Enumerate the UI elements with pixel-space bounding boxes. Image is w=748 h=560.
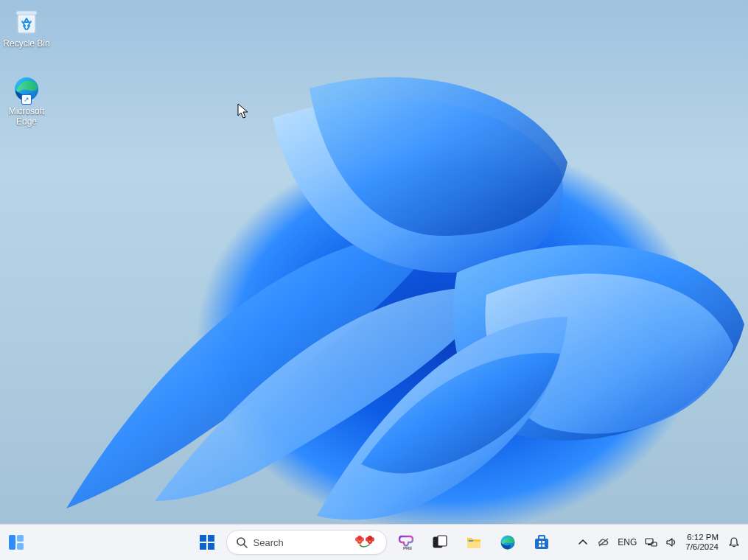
svg-rect-27 (469, 540, 473, 542)
svg-text:PRE: PRE (403, 546, 412, 550)
desktop-icon-label: Recycle Bin (0, 38, 53, 49)
svg-point-21 (368, 541, 370, 542)
search-label: Search (254, 537, 284, 548)
copilot-icon: PRE (397, 533, 415, 551)
tray-overflow-button[interactable] (576, 536, 590, 549)
chevron-up-icon (578, 537, 588, 547)
network-icon (644, 536, 657, 549)
desktop-icon-microsoft-edge[interactable]: ↗ Microsoft Edge (0, 74, 53, 127)
bell-icon (727, 536, 741, 549)
clock-date: 7/6/2024 (685, 542, 719, 552)
svg-rect-9 (208, 543, 214, 550)
store-icon (533, 533, 550, 551)
svg-rect-5 (17, 543, 24, 550)
taskbar-clock[interactable]: 6:12 PM 7/6/2024 (685, 533, 719, 552)
desktop-icon-recycle-bin[interactable]: Recycle Bin (0, 6, 53, 49)
language-indicator[interactable]: ENG (618, 537, 637, 547)
svg-point-20 (368, 536, 372, 540)
svg-point-15 (357, 536, 362, 540)
svg-rect-1 (16, 11, 37, 15)
copilot-button[interactable]: PRE (391, 528, 421, 557)
svg-rect-7 (208, 535, 214, 542)
onedrive-tray-button[interactable] (597, 536, 610, 549)
edge-taskbar-button[interactable] (493, 528, 522, 557)
svg-rect-31 (542, 541, 544, 543)
taskbar: Search PRE (0, 524, 748, 560)
shortcut-arrow-icon: ↗ (21, 94, 32, 105)
svg-rect-26 (467, 542, 480, 548)
search-icon (236, 536, 248, 548)
clock-time: 6:12 PM (685, 533, 719, 542)
svg-rect-30 (539, 541, 541, 543)
edge-icon: ↗ (11, 74, 42, 105)
task-view-button[interactable] (425, 528, 455, 557)
svg-line-11 (244, 545, 247, 547)
taskbar-search[interactable]: Search (226, 530, 387, 555)
svg-rect-32 (539, 545, 541, 547)
widgets-icon (7, 533, 25, 551)
volume-tray-button[interactable] (665, 536, 678, 549)
svg-rect-29 (535, 539, 548, 549)
start-button[interactable] (192, 528, 222, 557)
windows-logo-icon (198, 533, 216, 551)
svg-rect-25 (438, 536, 447, 546)
svg-rect-3 (9, 535, 15, 550)
svg-rect-6 (200, 535, 206, 542)
speaker-icon (665, 536, 678, 549)
taskbar-center: Search PRE (192, 528, 556, 557)
task-view-icon (432, 534, 448, 550)
svg-rect-0 (18, 14, 35, 33)
system-tray: ENG 6:12 PM 7/6/2024 (576, 525, 742, 560)
svg-rect-33 (542, 545, 544, 547)
notifications-button[interactable] (726, 536, 742, 549)
wallpaper-bloom (0, 0, 748, 560)
svg-rect-4 (17, 535, 24, 542)
recycle-bin-icon (11, 6, 42, 37)
svg-rect-8 (200, 543, 206, 550)
search-highlight-icon (355, 536, 376, 549)
desktop[interactable]: Recycle Bin ↗ Microsoft Edge (0, 0, 748, 560)
cloud-icon (597, 536, 610, 549)
file-explorer-button[interactable] (459, 528, 489, 557)
file-explorer-icon (465, 533, 483, 551)
widgets-button[interactable] (3, 529, 29, 556)
desktop-icon-label: Microsoft Edge (0, 106, 53, 127)
microsoft-store-button[interactable] (527, 528, 556, 557)
svg-rect-36 (648, 544, 651, 545)
network-tray-button[interactable] (644, 536, 657, 549)
svg-point-16 (358, 541, 360, 542)
edge-icon (499, 533, 517, 551)
